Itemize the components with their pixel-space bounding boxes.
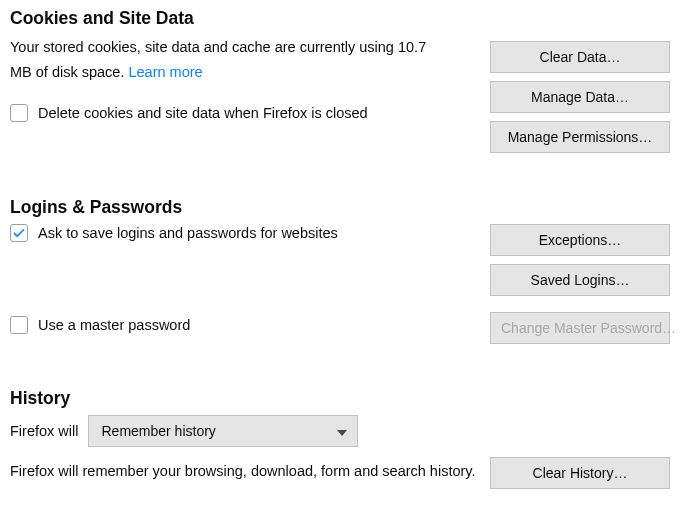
history-mode-value: Remember history bbox=[101, 423, 215, 439]
history-desc-row: Firefox will remember your browsing, dow… bbox=[10, 463, 670, 489]
history-mode-row: Firefox will Remember history bbox=[10, 415, 670, 447]
exceptions-button[interactable]: Exceptions… bbox=[490, 224, 670, 256]
delete-on-close-row: Delete cookies and site data when Firefo… bbox=[10, 104, 478, 122]
cookies-desc-suffix: of disk space. bbox=[32, 64, 129, 80]
section-logins: Logins & Passwords Ask to save logins an… bbox=[10, 197, 670, 344]
ask-save-label: Ask to save logins and passwords for web… bbox=[38, 225, 338, 241]
cookies-row: Your stored cookies, site data and cache… bbox=[10, 35, 670, 153]
master-pw-label: Use a master password bbox=[38, 317, 190, 333]
change-master-button[interactable]: Change Master Password… bbox=[490, 312, 670, 344]
master-pw-row: Use a master password bbox=[10, 316, 478, 334]
history-mode-select[interactable]: Remember history bbox=[88, 415, 358, 447]
caret-down-icon bbox=[337, 423, 347, 439]
logins-row2: Use a master password Change Master Pass… bbox=[10, 298, 670, 344]
cookies-left: Your stored cookies, site data and cache… bbox=[10, 35, 478, 122]
manage-data-button[interactable]: Manage Data… bbox=[490, 81, 670, 113]
clear-history-button[interactable]: Clear History… bbox=[490, 457, 670, 489]
cookies-desc-prefix: Your stored cookies, site data and cache… bbox=[10, 39, 398, 55]
learn-more-link[interactable]: Learn more bbox=[128, 64, 202, 80]
history-prefix: Firefox will bbox=[10, 423, 78, 439]
cookies-title: Cookies and Site Data bbox=[10, 8, 670, 29]
section-cookies: Cookies and Site Data Your stored cookie… bbox=[10, 8, 670, 153]
history-buttons: Clear History… bbox=[490, 457, 670, 489]
logins-left1: Ask to save logins and passwords for web… bbox=[10, 224, 478, 242]
logins-buttons2: Change Master Password… bbox=[490, 312, 670, 344]
cookies-desc: Your stored cookies, site data and cache… bbox=[10, 35, 450, 86]
logins-title: Logins & Passwords bbox=[10, 197, 670, 218]
delete-on-close-checkbox[interactable] bbox=[10, 104, 28, 122]
saved-logins-button[interactable]: Saved Logins… bbox=[490, 264, 670, 296]
check-icon bbox=[13, 227, 25, 239]
section-history: History Firefox will Remember history Fi… bbox=[10, 388, 670, 489]
history-title: History bbox=[10, 388, 670, 409]
ask-save-row: Ask to save logins and passwords for web… bbox=[10, 224, 478, 242]
cookies-buttons: Clear Data… Manage Data… Manage Permissi… bbox=[490, 41, 670, 153]
history-desc: Firefox will remember your browsing, dow… bbox=[10, 463, 476, 479]
manage-permissions-button[interactable]: Manage Permissions… bbox=[490, 121, 670, 153]
delete-on-close-label: Delete cookies and site data when Firefo… bbox=[38, 105, 368, 121]
logins-left2: Use a master password bbox=[10, 298, 478, 334]
master-pw-checkbox[interactable] bbox=[10, 316, 28, 334]
ask-save-checkbox[interactable] bbox=[10, 224, 28, 242]
logins-row1: Ask to save logins and passwords for web… bbox=[10, 224, 670, 296]
logins-buttons1: Exceptions… Saved Logins… bbox=[490, 224, 670, 296]
clear-data-button[interactable]: Clear Data… bbox=[490, 41, 670, 73]
